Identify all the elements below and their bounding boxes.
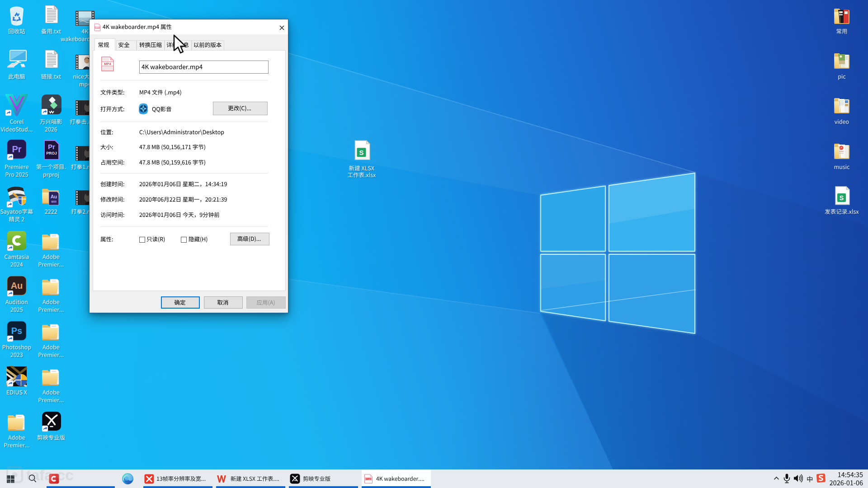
svg-text:MP4: MP4 — [104, 62, 111, 66]
svg-text:Pr: Pr — [48, 143, 55, 150]
svg-text:tafa.cc: tafa.cc — [26, 467, 74, 483]
svg-text:MP4: MP4 — [95, 26, 100, 28]
svg-text:SESX: SESX — [51, 201, 57, 203]
svg-text:Au: Au — [11, 281, 23, 291]
svg-text:Au: Au — [51, 194, 57, 199]
svg-text:MP4: MP4 — [366, 478, 371, 480]
svg-text:Ps: Ps — [11, 326, 22, 336]
svg-text:PROJ: PROJ — [46, 151, 57, 155]
svg-text:Pr: Pr — [12, 144, 21, 154]
